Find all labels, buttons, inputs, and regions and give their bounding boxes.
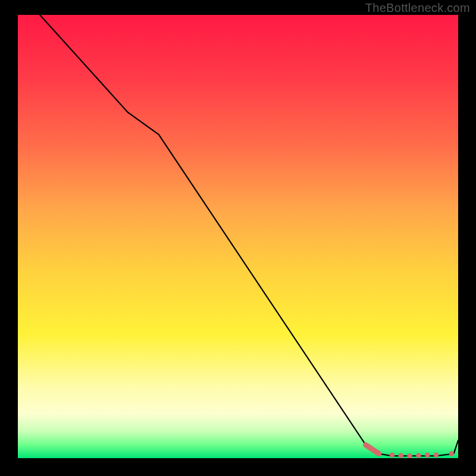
chart-svg (18, 15, 458, 458)
watermark-text: TheBottleneck.com (365, 1, 470, 15)
bottleneck-curve (18, 15, 458, 456)
chart-frame: TheBottleneck.com (0, 0, 476, 476)
flat-segment-marker (449, 451, 454, 456)
flat-segment-marker (416, 453, 421, 458)
flat-segment-marker (407, 453, 412, 458)
plot-area (18, 15, 458, 458)
flat-segment-marker (399, 453, 403, 458)
flat-segment-marker (390, 453, 394, 458)
flat-segment-marker (425, 453, 430, 458)
flat-segment-marker (377, 451, 381, 456)
flat-segment-marker (434, 453, 439, 458)
